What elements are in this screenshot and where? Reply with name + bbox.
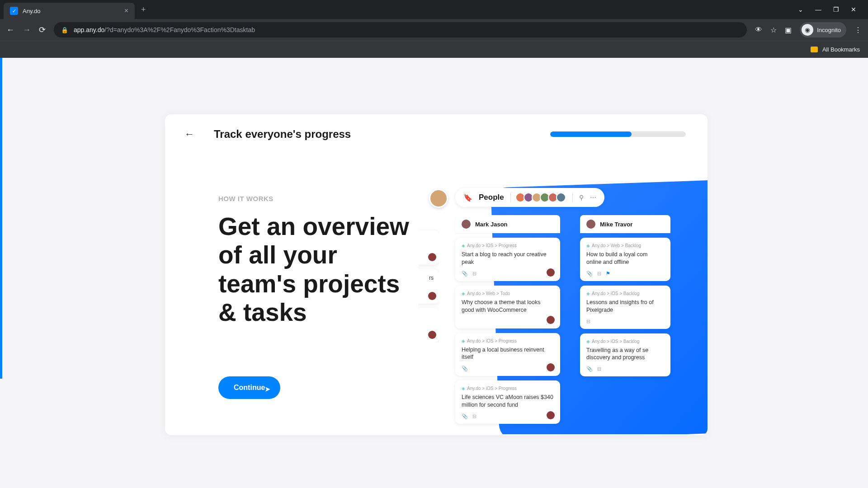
close-tab-icon[interactable]: × xyxy=(124,7,128,15)
person-avatar xyxy=(462,220,471,229)
person-name: Mike Travor xyxy=(600,221,632,228)
partial-column: rs xyxy=(418,215,439,343)
eyebrow-text: HOW IT WORKS xyxy=(218,195,418,202)
all-bookmarks-link[interactable]: All Bookmarks xyxy=(822,46,860,53)
task-breadcrumb: ◈Any.do > Web > Todo xyxy=(462,291,554,296)
browser-tab[interactable]: ✓ Any.do × xyxy=(4,3,135,19)
chevron-down-icon[interactable]: ⌄ xyxy=(798,6,803,13)
attachment-icon: 📎 xyxy=(462,413,468,419)
task-footer: 📎⊟ xyxy=(462,413,554,419)
url-text: app.any.do/?d=anydo%3A%2F%2Fanydo%3Facti… xyxy=(74,26,740,33)
person-column-mike: Mike Travor ◈Any.do > Web > Backlog How … xyxy=(580,215,670,376)
attachment-icon: 📎 xyxy=(586,366,593,372)
reload-icon[interactable]: ⟳ xyxy=(39,25,46,35)
subtask-icon: ⊟ xyxy=(586,319,590,324)
filter-icon[interactable]: ⚲ xyxy=(579,194,584,201)
people-label: People xyxy=(479,193,504,202)
task-card[interactable]: ◈Any.do > Web > Todo Why choose a theme … xyxy=(455,286,560,328)
incognito-label: Incognito xyxy=(817,27,841,33)
person-name: Mark Jason xyxy=(475,221,508,228)
task-title: Why choose a theme that looks good with … xyxy=(462,299,554,314)
people-header: 🔖 People ⚲ ⋯ xyxy=(455,188,604,207)
divider xyxy=(510,192,511,202)
divider xyxy=(572,192,573,202)
tab-title: Any.do xyxy=(23,8,121,14)
flag-icon: ⚑ xyxy=(606,271,610,277)
continue-button[interactable]: Continue ➤ xyxy=(218,376,280,399)
owner-avatar xyxy=(429,189,448,208)
task-card[interactable]: ◈Any.do > iOS > Progress Helping a local… xyxy=(455,333,560,376)
task-card[interactable]: ◈Any.do > iOS > Progress Life sciences V… xyxy=(455,380,560,424)
edge-text: rs xyxy=(418,275,435,281)
eye-off-icon[interactable]: 👁 xyxy=(755,26,762,34)
incognito-icon: ◉ xyxy=(802,24,813,36)
task-card-edge xyxy=(418,230,439,265)
card-body: HOW IT WORKS Get an overview of all your… xyxy=(165,141,708,434)
progress-fill xyxy=(550,131,632,137)
task-card[interactable]: ◈Any.do > iOS > Progress Start a blog to… xyxy=(455,238,560,281)
people-panel: 🔖 People ⚲ ⋯ xyxy=(427,183,708,434)
attachment-icon: 📎 xyxy=(462,366,468,371)
new-tab-button[interactable]: + xyxy=(141,5,146,14)
window-controls: ⌄ — ❐ ✕ xyxy=(798,6,864,13)
task-footer: 📎⊟⚑ xyxy=(586,271,664,277)
assignee-avatar xyxy=(547,268,555,277)
task-card-edge: rs xyxy=(418,269,439,304)
person-column-mark: Mark Jason ◈Any.do > iOS > Progress Star… xyxy=(455,215,560,424)
task-card[interactable]: ◈Any.do > iOS > Backlog Lessons and insi… xyxy=(580,286,670,329)
subtask-icon: ⊟ xyxy=(597,271,601,277)
toolbar-right: 👁 ☆ ▣ ◉ Incognito ⋮ xyxy=(755,22,862,38)
task-breadcrumb: ◈Any.do > iOS > Progress xyxy=(462,386,554,391)
page-content: ← Track everyone's progress HOW IT WORKS… xyxy=(0,58,868,488)
task-card[interactable]: ◈Any.do > Web > Backlog How to build a l… xyxy=(580,238,670,281)
onboarding-card: ← Track everyone's progress HOW IT WORKS… xyxy=(165,114,708,435)
task-title: Travelling as a way of se discovery and … xyxy=(586,347,664,362)
headline-text: Get an overview of all your team's proje… xyxy=(218,212,418,327)
tab-bar: ✓ Any.do × + ⌄ — ❐ ✕ xyxy=(0,0,868,19)
task-card[interactable]: ◈Any.do > iOS > Backlog Travelling as a … xyxy=(580,333,670,377)
maximize-icon[interactable]: ❐ xyxy=(833,6,839,13)
subtask-icon: ⊟ xyxy=(472,413,476,419)
menu-dots-icon[interactable]: ⋮ xyxy=(854,26,862,34)
close-window-icon[interactable]: ✕ xyxy=(851,6,856,13)
blue-accent-bar xyxy=(0,58,2,379)
attachment-icon: 📎 xyxy=(462,271,468,277)
more-icon[interactable]: ⋯ xyxy=(590,194,596,201)
task-breadcrumb: ◈Any.do > Web > Backlog xyxy=(586,243,664,248)
task-breadcrumb: ◈Any.do > iOS > Backlog xyxy=(586,339,664,344)
person-avatar xyxy=(586,220,595,229)
task-title: Helping a local business reinvent itself xyxy=(462,346,554,361)
incognito-badge[interactable]: ◉ Incognito xyxy=(800,22,846,38)
task-breadcrumb: ◈Any.do > iOS > Progress xyxy=(462,338,554,343)
attachment-icon: 📎 xyxy=(586,271,593,277)
card-header: ← Track everyone's progress xyxy=(165,114,708,141)
task-card-edge xyxy=(418,308,439,343)
task-footer: 📎⊟ xyxy=(462,271,554,277)
forward-icon[interactable]: → xyxy=(23,25,31,35)
avatar xyxy=(556,192,566,202)
back-arrow-icon[interactable]: ← xyxy=(183,128,196,141)
address-bar[interactable]: 🔒 app.any.do/?d=anydo%3A%2F%2Fanydo%3Fac… xyxy=(54,22,747,38)
subtask-icon: ⊟ xyxy=(597,366,601,372)
assignee-avatar xyxy=(428,331,436,339)
back-icon[interactable]: ← xyxy=(6,25,14,35)
left-column: HOW IT WORKS Get an overview of all your… xyxy=(165,141,418,434)
subtask-icon: ⊟ xyxy=(472,271,476,277)
panel-icon[interactable]: ▣ xyxy=(785,26,792,34)
assignee-avatar xyxy=(547,411,555,419)
people-avatars xyxy=(517,192,566,202)
bookmark-bar: All Bookmarks xyxy=(0,41,868,58)
star-icon[interactable]: ☆ xyxy=(770,26,777,34)
progress-bar xyxy=(550,131,686,137)
tab-favicon: ✓ xyxy=(10,7,18,15)
task-breadcrumb: ◈Any.do > iOS > Progress xyxy=(462,243,554,248)
right-column: 🔖 People ⚲ ⋯ xyxy=(418,141,708,434)
task-footer: 📎⊟ xyxy=(586,366,664,372)
task-footer: 📎 xyxy=(462,366,554,371)
bookmark-icon: 🔖 xyxy=(463,193,472,202)
task-title: How to build a loyal com online and offl… xyxy=(586,251,664,266)
minimize-icon[interactable]: — xyxy=(815,6,821,13)
task-footer xyxy=(462,319,554,324)
task-footer: ⊟ xyxy=(586,319,664,324)
column-header: Mike Travor xyxy=(580,215,670,233)
